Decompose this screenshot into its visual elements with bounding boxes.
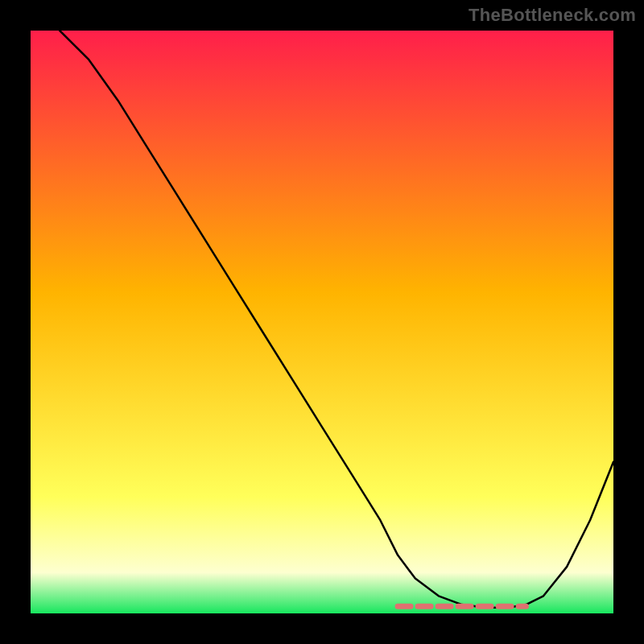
watermark-text: TheBottleneck.com [469,5,636,26]
chart-svg [31,31,613,613]
chart-container: TheBottleneck.com [0,0,644,644]
svg-rect-0 [31,31,613,613]
plot-area [31,31,613,613]
